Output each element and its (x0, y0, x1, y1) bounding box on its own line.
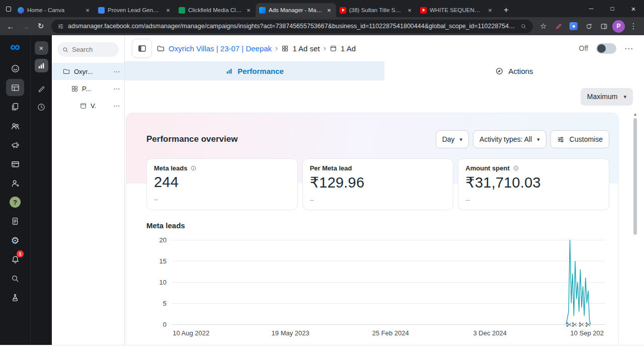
overview-controls: Day ▾ Activity types: All ▾ Customise (436, 130, 609, 148)
tab-actions-label: Actions (508, 67, 533, 75)
tab-close-icon[interactable]: × (84, 7, 91, 14)
browser-menu-kebab[interactable]: ⋮ (627, 20, 640, 33)
browser-tab-canva[interactable]: Home - Canva × (14, 3, 95, 17)
frame-icon (330, 45, 337, 52)
collapse-sidebar-button[interactable] (132, 39, 152, 58)
tab-title: (38) Sultan Title Song | Sal (349, 7, 403, 13)
metric-amount-spent[interactable]: Amount spent ₹31,710.03 -- (458, 158, 609, 210)
metric-per-meta-lead[interactable]: Per Meta lead ₹129.96 -- (302, 158, 454, 210)
tree-item-menu[interactable]: ⋯ (113, 67, 120, 75)
campaign-toggle[interactable] (596, 43, 616, 54)
scrollbar-up-arrow[interactable]: ▲ (633, 112, 637, 117)
performance-chart-icon (225, 67, 233, 75)
metric-meta-leads[interactable]: Meta leads 244 -- (146, 158, 298, 210)
close-window-button[interactable]: × (623, 0, 644, 17)
browser-tab-docs[interactable]: Proven Lead Generation St × (95, 3, 175, 17)
card-header: Performance overview Day ▾ Activity type… (146, 130, 609, 148)
all-tools-icon[interactable] (6, 79, 24, 96)
tab-close-icon[interactable]: × (326, 7, 333, 14)
notifications-bell-icon[interactable]: 1 (6, 251, 24, 268)
window-menu-button[interactable] (3, 2, 14, 16)
metric-label: Amount spent (465, 164, 509, 172)
scrollbar-thumb[interactable] (633, 118, 637, 235)
back-button[interactable]: ← (4, 20, 17, 33)
forward-button[interactable]: → (19, 20, 32, 33)
metric-tiles: Meta leads 244 -- Per Meta lead ₹129.96 … (146, 158, 609, 210)
search-icon[interactable] (520, 23, 527, 30)
breadcrumb-campaign-link[interactable]: Oxyrich Villas | 23-07 | Deepak (169, 44, 272, 53)
secondary-rail: × (30, 35, 52, 345)
meta-logo[interactable]: ∞ (10, 40, 20, 54)
notes-document-icon[interactable] (6, 213, 24, 230)
side-panel-icon[interactable] (597, 20, 610, 33)
tab-close-icon[interactable]: × (165, 7, 172, 14)
tree-item-label: P... (82, 85, 91, 93)
profile-avatar[interactable]: P (612, 20, 625, 33)
maximum-dropdown[interactable]: Maximum ▾ (581, 88, 633, 106)
close-panel-button[interactable]: × (35, 41, 48, 55)
ads-megaphone-icon[interactable] (6, 136, 24, 153)
maximize-button[interactable]: □ (602, 0, 623, 17)
tab-actions[interactable]: Actions (384, 61, 644, 80)
sync-refresh-icon[interactable] (582, 20, 595, 33)
toggle-knob (597, 44, 606, 53)
browser-tab-ads-manager-active[interactable]: Ads Manager - Manage ad × (256, 3, 336, 17)
search-input[interactable] (72, 46, 109, 53)
site-settings-icon[interactable] (57, 23, 64, 30)
tree-item-menu[interactable]: ⋯ (113, 102, 120, 110)
activity-types-dropdown[interactable]: Activity types: All ▾ (473, 130, 546, 148)
info-icon[interactable] (513, 165, 519, 171)
tab-performance[interactable]: Performance (125, 61, 384, 80)
rail-search-icon[interactable] (6, 270, 24, 287)
browser-tab-youtube-2[interactable]: WHITE SEQUENS CUTDAN × (417, 3, 497, 17)
info-icon[interactable] (190, 165, 197, 171)
help-icon[interactable]: ? (6, 194, 24, 211)
leads-chart-svg (172, 240, 605, 324)
chevron-down-icon: ▾ (460, 136, 463, 143)
minimize-button[interactable]: ─ (581, 0, 602, 17)
docs-favicon (98, 7, 105, 14)
bookmark-star-icon[interactable]: ☆ (537, 20, 550, 33)
pages-icon[interactable] (6, 98, 24, 115)
browser-tab-sheets[interactable]: Clickfield Media Clients - × (175, 3, 256, 17)
address-bar[interactable]: adsmanager.facebook.com/adsmanager/manag… (51, 20, 533, 33)
new-tab-button[interactable]: + (499, 3, 513, 17)
breadcrumb-ad[interactable]: 1 Ad (341, 44, 356, 53)
settings-gear-icon[interactable]: ⚙ (6, 232, 24, 249)
window-controls: ─ □ × (581, 0, 644, 17)
browser-toolbar: ← → ↻ adsmanager.facebook.com/adsmanager… (0, 17, 644, 35)
tab-title: Ads Manager - Manage ad (269, 7, 323, 13)
history-clock-icon[interactable] (35, 100, 48, 114)
scissors-icon (567, 322, 572, 327)
tab-close-icon[interactable]: × (245, 7, 252, 14)
account-smiley-icon[interactable] (6, 60, 24, 77)
audiences-people-icon[interactable] (6, 117, 24, 134)
tree-search-box[interactable] (57, 42, 119, 57)
browser-tab-youtube-1[interactable]: (38) Sultan Title Song | Sal × (336, 3, 417, 17)
tab-close-icon[interactable]: × (487, 7, 494, 14)
main-content: Oxyrich Villas | 23-07 | Deepak › 1 Ad s… (125, 35, 644, 345)
header-menu-ellipsis[interactable]: ⋯ (624, 43, 633, 54)
day-dropdown[interactable]: Day ▾ (436, 130, 469, 148)
insights-chart-icon[interactable] (35, 59, 48, 72)
add-person-icon[interactable] (6, 174, 24, 192)
plot-area: 10 Aug 2022 19 May 2023 25 Feb 2024 3 De… (172, 240, 605, 324)
tree-item-ad[interactable]: V. ⋯ (52, 97, 124, 114)
breadcrumb-adset[interactable]: 1 Ad set (292, 44, 319, 53)
labs-flask-icon[interactable] (6, 289, 24, 306)
extension-pen-icon[interactable] (552, 20, 565, 33)
billing-card-icon[interactable] (6, 155, 24, 172)
extension-blue-icon[interactable] (567, 20, 580, 33)
tree-item-campaign[interactable]: Oxyr... ⋯ (52, 63, 124, 80)
reload-button[interactable]: ↻ (34, 20, 47, 33)
meta-leads-chart: 20 15 10 5 0 10 Aug 2022 19 May 2023 (146, 236, 609, 344)
tab-close-icon[interactable]: × (406, 7, 413, 14)
window-icon (6, 7, 11, 12)
page-scrollbar[interactable]: ▲ (633, 112, 637, 309)
grid-icon (71, 85, 78, 93)
x-tick: 10 Aug 2022 (173, 329, 209, 337)
customise-button[interactable]: Customise (550, 130, 609, 148)
tree-item-menu[interactable]: ⋯ (113, 84, 120, 93)
tree-item-adset[interactable]: P... ⋯ (52, 80, 124, 97)
edit-pencil-icon[interactable] (35, 82, 48, 96)
